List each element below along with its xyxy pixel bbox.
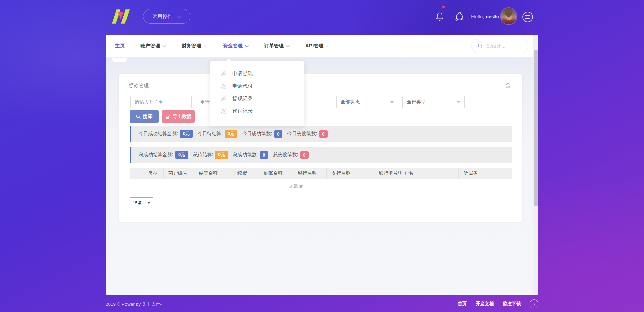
nav-item-orders[interactable]: 订单管理: [264, 43, 290, 49]
export-icon: [165, 114, 170, 119]
bell-icon[interactable]: [434, 11, 445, 22]
stats-bar-total: 总成功结算金额: 0元 总待结算: 0元 总成功笔数: 0 总失败笔数: 0: [130, 147, 512, 163]
empty-data-text: 无数据: [289, 183, 303, 189]
copyright-text: 2019 © Power by 柒上支付-: [106, 301, 162, 307]
stat-value-badge: 0: [274, 130, 282, 138]
stat-label: 总成功结算金额:: [139, 152, 173, 158]
nav-item-finance[interactable]: 财务管理: [182, 43, 207, 49]
user-greeting: Hello,ceshi: [471, 14, 499, 19]
table-header-cell: 商户编号: [164, 168, 194, 179]
main-navbar: 主页 账户管理 财务管理 资金管理 订单管理 API管理: [106, 35, 538, 58]
account-name-input[interactable]: [130, 96, 192, 108]
menu-item-label: 申请代付: [232, 83, 253, 89]
table-header-cell: 银行卡号/开户名: [374, 168, 459, 179]
export-button-label: 导出数据: [173, 113, 192, 120]
triangle-down-icon: [390, 101, 394, 103]
export-data-button[interactable]: 导出数据: [162, 110, 195, 123]
chevron-down-icon: [204, 45, 207, 47]
withdraw-table: 类型 商户编号 结算金额 手续费 到账金额 银行名称 支行名称 银行卡号/开户名…: [130, 168, 512, 193]
stat-label: 今日待结算:: [198, 131, 223, 137]
table-header-row: 类型 商户编号 结算金额 手续费 到账金额 银行名称 支行名称 银行卡号/开户名…: [130, 168, 512, 179]
nav-item-account[interactable]: 账户管理: [140, 43, 166, 49]
menu-item-label: 申请提现: [232, 70, 253, 77]
navbar-active-notch: [112, 58, 127, 62]
user-avatar[interactable]: [501, 8, 517, 24]
stat-value-badge: 0元: [225, 130, 237, 138]
table-header-cell: 所属省: [459, 168, 512, 179]
status-select-value: 全部状态: [341, 99, 360, 105]
nav-item-api[interactable]: API管理: [305, 43, 329, 49]
stat-value-badge: 0: [260, 151, 268, 159]
users-icon: [221, 108, 227, 114]
menu-item-label: 代付记录: [232, 108, 253, 115]
quick-actions-label: 常用操作: [153, 13, 172, 20]
menu-item-apply-payment[interactable]: 申请代付: [210, 80, 304, 92]
footer-link-monitor[interactable]: 监控下载: [503, 301, 521, 307]
stat-label: 今日成功笔数:: [242, 131, 272, 137]
search-button[interactable]: 搜索: [130, 110, 159, 123]
search-icon: [478, 43, 483, 49]
main-panel: 主页 账户管理 财务管理 资金管理 订单管理 API管理: [106, 35, 538, 295]
stat-value-badge: 0元: [215, 151, 228, 159]
nav-label: 财务管理: [182, 43, 201, 49]
status-select[interactable]: 全部状态: [336, 96, 398, 108]
stat-value-badge: 0: [300, 151, 308, 159]
menu-item-apply-withdraw[interactable]: 申请提现: [210, 67, 304, 80]
table-header-cell: 结算金额: [194, 168, 228, 179]
menu-item-withdraw-records[interactable]: 提现记录: [210, 92, 304, 105]
type-select-value: 全部类型: [407, 99, 426, 105]
chevron-down-icon: [177, 15, 181, 18]
chevron-down-icon: [245, 45, 249, 47]
stats-bar-today: 今日成功结算金额: 0元 今日待结算: 0元 今日成功笔数: 0 今日失败笔数:…: [130, 126, 512, 142]
brand-logo-icon[interactable]: [111, 8, 131, 24]
table-empty-row: 无数据: [130, 179, 512, 193]
nav-label: 账户管理: [140, 43, 160, 49]
users-icon: [221, 71, 227, 77]
table-header-cell: 手续费: [228, 168, 259, 179]
chevron-down-icon: [286, 45, 290, 47]
chevron-down-icon: [326, 45, 329, 47]
nav-label: API管理: [305, 43, 323, 49]
quick-actions-dropdown[interactable]: 常用操作: [143, 9, 190, 24]
navbar-search: [471, 39, 528, 53]
nav-label: 订单管理: [264, 43, 284, 49]
table-header-cell: [130, 168, 143, 179]
stat-label: 今日失败笔数:: [287, 131, 317, 137]
greeting-prefix: Hello,: [471, 14, 484, 19]
stat-value-badge: 0: [319, 130, 327, 138]
stat-label: 今日成功结算金额:: [139, 131, 178, 137]
stat-label: 总待结算:: [193, 152, 213, 158]
network-share-icon[interactable]: [454, 11, 465, 22]
nav-label: 主页: [115, 43, 125, 49]
search-icon: [136, 114, 141, 119]
nav-item-home[interactable]: 主页: [115, 43, 125, 49]
table-header-cell: 支行名称: [327, 168, 374, 179]
footer-link-docs[interactable]: 开发文档: [476, 301, 494, 307]
triangle-down-icon: [147, 202, 150, 204]
footer-links: 首页 开发文档 监控下载 ?: [437, 299, 538, 308]
help-icon[interactable]: ?: [530, 299, 538, 308]
stat-label: 总失败笔数:: [273, 152, 298, 158]
stat-value-badge: 0元: [180, 130, 193, 138]
type-select[interactable]: 全部类型: [402, 96, 465, 108]
nav-item-funds[interactable]: 资金管理: [223, 43, 249, 49]
page-size-value: 15条: [133, 200, 142, 206]
users-icon: [221, 83, 227, 89]
refresh-icon[interactable]: [505, 82, 511, 89]
scrollbar-thumb[interactable]: [534, 50, 538, 206]
table-header-cell: 类型: [143, 168, 164, 179]
page-title: 提款管理: [129, 83, 149, 89]
footer-link-home[interactable]: 首页: [458, 301, 467, 307]
notification-badge: [442, 6, 445, 8]
stat-label: 总成功笔数:: [233, 152, 258, 158]
withdraw-management-card: 提款管理 全部状态 全部类型 搜索: [119, 74, 522, 222]
funds-dropdown-menu: 申请提现 申请代付 提现记录 代付记录: [210, 61, 304, 126]
table-header-cell: 到账金额: [259, 168, 293, 179]
menu-item-payment-records[interactable]: 代付记录: [210, 105, 304, 118]
page-size-select[interactable]: 15条: [130, 197, 153, 208]
menu-item-label: 提现记录: [232, 96, 253, 102]
stat-value-badge: 0元: [175, 151, 188, 159]
hamburger-menu-icon[interactable]: [522, 11, 533, 23]
search-input[interactable]: [486, 43, 524, 49]
scrollbar-track[interactable]: [533, 35, 538, 295]
